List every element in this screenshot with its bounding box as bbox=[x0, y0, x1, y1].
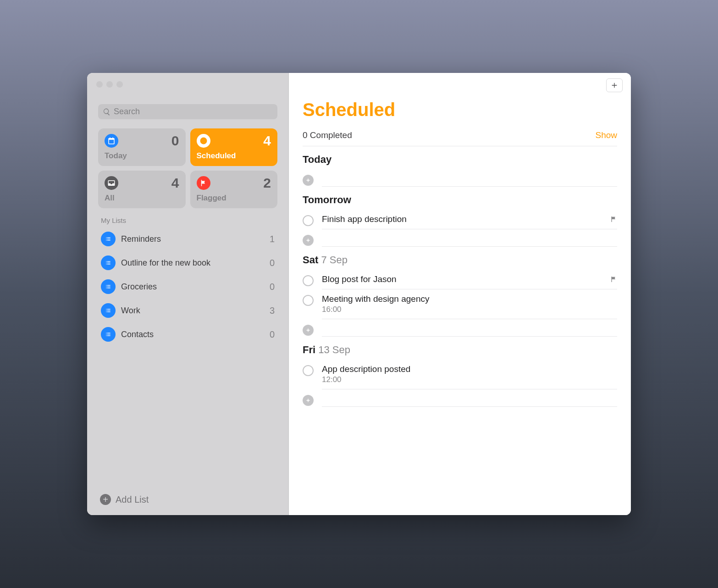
calendar-icon bbox=[105, 134, 118, 148]
overview-count: 4 bbox=[263, 133, 271, 149]
add-reminder-inline[interactable] bbox=[303, 229, 617, 247]
plus-circle-icon[interactable] bbox=[303, 325, 314, 336]
list-bullet-icon bbox=[101, 255, 116, 270]
list-item[interactable]: Contacts 0 bbox=[95, 322, 280, 346]
list-item[interactable]: Outline for the new book 0 bbox=[95, 251, 280, 275]
new-reminder-field[interactable] bbox=[322, 234, 617, 247]
reminder-title: Meeting with design agency bbox=[322, 294, 429, 304]
date-group-header: Tomorrow bbox=[303, 194, 617, 206]
plus-circle-icon[interactable] bbox=[303, 235, 314, 246]
main-toolbar bbox=[289, 73, 631, 92]
search-icon bbox=[103, 108, 111, 116]
add-reminder-inline[interactable] bbox=[303, 389, 617, 407]
list-label: Work bbox=[121, 306, 264, 316]
date-group: Fri 13 Sep App description posted 12:00 bbox=[303, 344, 617, 407]
reminder-item[interactable]: Finish app description bbox=[303, 210, 617, 229]
overview-label: All bbox=[105, 194, 179, 203]
overview-card-today[interactable]: 0 Today bbox=[98, 128, 186, 166]
new-reminder-field[interactable] bbox=[322, 324, 617, 337]
date-group: Today bbox=[303, 154, 617, 187]
plus-icon bbox=[611, 82, 618, 89]
overview-card-all[interactable]: 4 All bbox=[98, 171, 186, 208]
list-label: Reminders bbox=[121, 234, 264, 244]
sidebar: 0 Today 4 Scheduled 4 bbox=[87, 73, 289, 515]
group-header-day: Sat bbox=[303, 254, 318, 266]
flag-icon bbox=[610, 275, 617, 283]
date-group-header: Fri 13 Sep bbox=[303, 344, 617, 356]
group-header-day: Fri bbox=[303, 344, 315, 355]
new-reminder-field[interactable] bbox=[322, 394, 617, 407]
list-count: 1 bbox=[270, 234, 275, 244]
overview-cards: 0 Today 4 Scheduled 4 bbox=[87, 124, 288, 215]
reminder-checkbox[interactable] bbox=[303, 215, 314, 226]
search-field[interactable] bbox=[98, 104, 277, 119]
overview-card-scheduled[interactable]: 4 Scheduled bbox=[190, 128, 278, 166]
my-lists-header: My Lists bbox=[87, 215, 288, 226]
completed-label: 0 Completed bbox=[303, 130, 352, 140]
add-list-button[interactable]: + Add List bbox=[87, 488, 288, 515]
add-reminder-inline[interactable] bbox=[303, 319, 617, 337]
list-bullet-icon bbox=[101, 303, 116, 318]
reminder-time: 16:00 bbox=[322, 305, 617, 314]
reminder-title: Finish app description bbox=[322, 214, 407, 224]
group-header-day: Tomorrow bbox=[303, 194, 351, 205]
list-count: 3 bbox=[270, 305, 275, 316]
list-count: 0 bbox=[270, 282, 275, 292]
search-input[interactable] bbox=[114, 107, 273, 116]
list-bullet-icon bbox=[101, 279, 116, 294]
minimize-window-button[interactable] bbox=[106, 81, 113, 88]
page-title: Scheduled bbox=[303, 100, 617, 120]
plus-circle-icon[interactable] bbox=[303, 395, 314, 406]
main-panel: Scheduled 0 Completed Show Today Tomorro… bbox=[289, 73, 631, 515]
flag-icon bbox=[197, 176, 210, 190]
date-group-header: Today bbox=[303, 154, 617, 166]
group-header-day: Today bbox=[303, 154, 331, 165]
list-bullet-icon bbox=[101, 232, 116, 246]
list-count: 0 bbox=[270, 329, 275, 340]
close-window-button[interactable] bbox=[96, 81, 103, 88]
reminder-item[interactable]: App description posted 12:00 bbox=[303, 360, 617, 389]
add-reminder-inline[interactable] bbox=[303, 169, 617, 187]
flag-icon bbox=[610, 215, 617, 223]
reminder-checkbox[interactable] bbox=[303, 295, 314, 306]
group-header-date: 7 Sep bbox=[321, 254, 348, 266]
date-group: Sat 7 Sep Blog post for Jason Meeting wi… bbox=[303, 254, 617, 337]
my-lists: Reminders 1 Outline for the new book 0 G… bbox=[87, 226, 288, 488]
list-label: Contacts bbox=[121, 330, 264, 339]
list-label: Groceries bbox=[121, 282, 264, 292]
window-controls bbox=[87, 73, 288, 96]
completed-row: 0 Completed Show bbox=[303, 130, 617, 146]
overview-count: 2 bbox=[263, 175, 271, 191]
group-header-date: 13 Sep bbox=[318, 344, 350, 355]
new-reminder-field[interactable] bbox=[322, 174, 617, 187]
add-reminder-button[interactable] bbox=[606, 78, 623, 92]
overview-count: 4 bbox=[171, 175, 179, 191]
show-completed-link[interactable]: Show bbox=[595, 130, 617, 140]
reminder-checkbox[interactable] bbox=[303, 275, 314, 286]
date-group-header: Sat 7 Sep bbox=[303, 254, 617, 266]
inbox-icon bbox=[105, 176, 118, 190]
add-list-label: Add List bbox=[116, 494, 149, 505]
plus-circle-icon: + bbox=[100, 494, 111, 505]
list-bullet-icon bbox=[101, 327, 116, 342]
list-label: Outline for the new book bbox=[121, 258, 264, 268]
reminder-title: App description posted bbox=[322, 364, 410, 374]
reminder-title: Blog post for Jason bbox=[322, 274, 397, 284]
list-item[interactable]: Work 3 bbox=[95, 299, 280, 322]
list-item[interactable]: Groceries 0 bbox=[95, 275, 280, 299]
list-count: 0 bbox=[270, 258, 275, 268]
list-item[interactable]: Reminders 1 bbox=[95, 227, 280, 251]
app-window: 0 Today 4 Scheduled 4 bbox=[87, 73, 631, 515]
maximize-window-button[interactable] bbox=[116, 81, 123, 88]
date-group: Tomorrow Finish app description bbox=[303, 194, 617, 247]
overview-count: 0 bbox=[171, 133, 179, 149]
plus-circle-icon[interactable] bbox=[303, 175, 314, 186]
overview-card-flagged[interactable]: 2 Flagged bbox=[190, 171, 278, 208]
overview-label: Flagged bbox=[197, 194, 271, 203]
reminder-time: 12:00 bbox=[322, 375, 617, 384]
overview-label: Scheduled bbox=[197, 151, 271, 161]
reminder-item[interactable]: Blog post for Jason bbox=[303, 270, 617, 289]
reminder-item[interactable]: Meeting with design agency 16:00 bbox=[303, 289, 617, 319]
reminder-checkbox[interactable] bbox=[303, 365, 314, 376]
clock-icon bbox=[197, 134, 210, 148]
